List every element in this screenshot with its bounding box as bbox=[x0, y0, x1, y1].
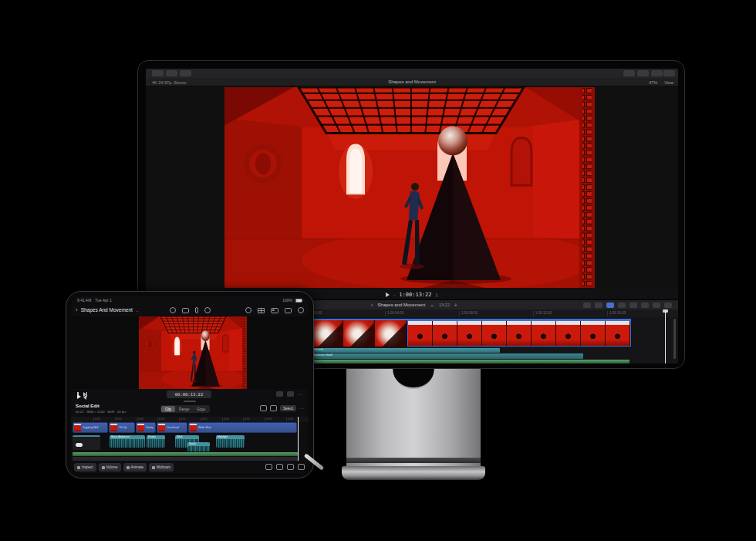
audio-waveform bbox=[216, 439, 245, 448]
audio-waveform bbox=[187, 446, 210, 451]
viewer-quality-icon[interactable] bbox=[276, 391, 283, 397]
background-tasks-button[interactable] bbox=[180, 70, 191, 76]
title-chevron-icon[interactable]: ⌄ bbox=[136, 308, 139, 313]
play-icon[interactable] bbox=[77, 394, 81, 399]
volume-icon bbox=[102, 466, 105, 469]
fullscreen-icon[interactable] bbox=[298, 464, 305, 470]
ipad-video-clip[interactable]: Juggling Ball bbox=[73, 422, 108, 433]
ipad-music-track[interactable] bbox=[73, 452, 298, 456]
music-track-clip[interactable] bbox=[311, 360, 629, 363]
skim-back-icon[interactable]: ‹ bbox=[393, 292, 395, 297]
tools-menu-button[interactable] bbox=[595, 303, 602, 308]
inspect-button[interactable]: Inspect bbox=[74, 463, 96, 472]
volume-button[interactable]: Volume bbox=[99, 463, 121, 472]
ipad-audio-clip[interactable]: Drums bbox=[147, 435, 165, 448]
import-media-button[interactable] bbox=[152, 70, 164, 76]
export-icon[interactable] bbox=[298, 307, 304, 313]
viewer-zoom-menu[interactable]: 47% bbox=[649, 80, 657, 85]
video-clip-wide-shot[interactable]: Wide shot bbox=[407, 320, 631, 347]
audio-waveform bbox=[110, 439, 145, 448]
clip-thumbnail bbox=[482, 321, 507, 346]
timeline-scrollbar[interactable] bbox=[673, 319, 676, 359]
ipad-audio-clip[interactable]: Music Ambience bbox=[110, 435, 145, 448]
mode-edge[interactable]: Edge bbox=[193, 406, 209, 412]
playhead[interactable] bbox=[665, 309, 666, 363]
stand-notch bbox=[393, 369, 434, 389]
ipad-project-title[interactable]: Shapes And Movement bbox=[81, 307, 133, 313]
loop-range-icon[interactable]: || bbox=[436, 292, 438, 297]
timeline-more-menu[interactable]: ··· bbox=[299, 407, 304, 410]
viewer-view-menu[interactable]: View bbox=[664, 80, 673, 85]
video-clip-closeup[interactable] bbox=[311, 320, 407, 347]
fcp-top-toolbar bbox=[146, 69, 678, 78]
panel-drag-handle[interactable] bbox=[184, 401, 196, 402]
clip-thumbnail bbox=[433, 321, 457, 346]
settings-gear-icon[interactable] bbox=[204, 307, 211, 313]
connected-audio-clip[interactable]: Ambience Swell bbox=[312, 353, 583, 359]
ipad-audio-clip[interactable]: Swish bbox=[187, 442, 210, 451]
ipad-video-clip[interactable]: Wide Shot bbox=[188, 422, 297, 433]
clip-label: Wide shot bbox=[410, 322, 424, 326]
clip-thumbnail bbox=[581, 321, 606, 346]
mode-range[interactable]: Range bbox=[175, 406, 194, 412]
ipad-viewer bbox=[71, 316, 309, 389]
animate-icon bbox=[127, 466, 130, 469]
clip-thumbnail bbox=[74, 424, 81, 431]
duplicate-clip-icon[interactable] bbox=[276, 464, 283, 470]
trash-icon[interactable] bbox=[265, 464, 272, 470]
viewer-display-icon[interactable] bbox=[271, 308, 278, 313]
redo-icon[interactable] bbox=[245, 307, 251, 313]
keyword-editor-button[interactable] bbox=[166, 70, 177, 76]
clip-thumbnail bbox=[556, 321, 581, 346]
play-icon[interactable] bbox=[386, 292, 390, 297]
timeline-add-icon[interactable]: + bbox=[454, 303, 457, 308]
ipad-audio-clip[interactable]: Highlight bbox=[216, 435, 245, 448]
selection-mode-segmented[interactable]: Clip Range Edge bbox=[160, 405, 210, 413]
camera-icon[interactable] bbox=[285, 308, 292, 313]
inspector-layout-button[interactable] bbox=[651, 70, 663, 76]
clip-thumbnail bbox=[190, 424, 197, 431]
back-chevron-icon[interactable]: ‹ bbox=[76, 306, 78, 313]
timeline-back-icon[interactable]: ‹ bbox=[371, 303, 373, 308]
skip-back-icon[interactable] bbox=[83, 395, 86, 400]
timeline-layout-button[interactable] bbox=[637, 70, 649, 76]
ipad-playhead[interactable] bbox=[298, 417, 299, 461]
ipad-ruler-tick: 0:18 bbox=[265, 418, 272, 421]
browser-layout-button[interactable] bbox=[623, 70, 635, 76]
duplicate-icon[interactable] bbox=[270, 405, 277, 411]
multicam-grid-icon[interactable] bbox=[258, 308, 265, 313]
title-clip[interactable] bbox=[73, 435, 100, 450]
transitions-browser-button[interactable] bbox=[653, 303, 660, 308]
ipad-video-clip[interactable]: Vanity bbox=[136, 422, 156, 433]
timeline-tab-chevron-icon[interactable]: ⌄ bbox=[430, 302, 434, 308]
ipad-ruler-tick: 0:06 bbox=[137, 418, 143, 421]
viewer-zoom-icon[interactable] bbox=[287, 391, 294, 397]
timeline-tab-title[interactable]: Shapes and Movement bbox=[377, 303, 425, 307]
index-button[interactable] bbox=[583, 303, 591, 308]
ipad-timeline-ruler[interactable]: 0:02 0:04 0:06 0:08 0:10 0:12 0:14 0:16 … bbox=[71, 417, 309, 422]
ipad-ruler-tick: 0:14 bbox=[222, 418, 229, 421]
snapping-toggle[interactable] bbox=[618, 303, 626, 308]
loop-playback-icon[interactable] bbox=[260, 405, 267, 411]
timeline-zoom-button[interactable] bbox=[664, 303, 672, 308]
ipad-ruler-tick: 0:10 bbox=[179, 418, 186, 421]
title-thumbnail bbox=[76, 443, 83, 447]
undo-icon[interactable] bbox=[170, 307, 176, 313]
ipad-timecode[interactable]: 00:00:13:22 bbox=[167, 391, 211, 398]
connected-audio-clip[interactable]: Whoosh bbox=[312, 348, 500, 353]
voiceover-mic-icon[interactable] bbox=[195, 307, 198, 313]
multicam-button[interactable]: Multicam bbox=[149, 463, 174, 472]
ipad-video-clip[interactable]: Tilt Up bbox=[109, 422, 135, 433]
effects-browser-button[interactable] bbox=[641, 303, 649, 308]
audio-solo-button[interactable] bbox=[629, 303, 637, 308]
picture-in-picture-icon[interactable] bbox=[287, 464, 294, 470]
viewer-more-menu[interactable]: ··· bbox=[298, 393, 302, 396]
select-button[interactable]: Select bbox=[280, 405, 296, 411]
media-browser-icon[interactable] bbox=[182, 308, 189, 313]
share-button[interactable] bbox=[663, 70, 675, 76]
ipad-video-clip[interactable]: Overhead bbox=[157, 422, 187, 433]
ipad-nav-bar: ‹ Shapes And Movement ⌄ bbox=[71, 304, 309, 316]
skimming-toggle[interactable] bbox=[606, 303, 614, 308]
mode-clip[interactable]: Clip bbox=[161, 406, 175, 412]
animate-button[interactable]: Animate bbox=[123, 463, 147, 472]
